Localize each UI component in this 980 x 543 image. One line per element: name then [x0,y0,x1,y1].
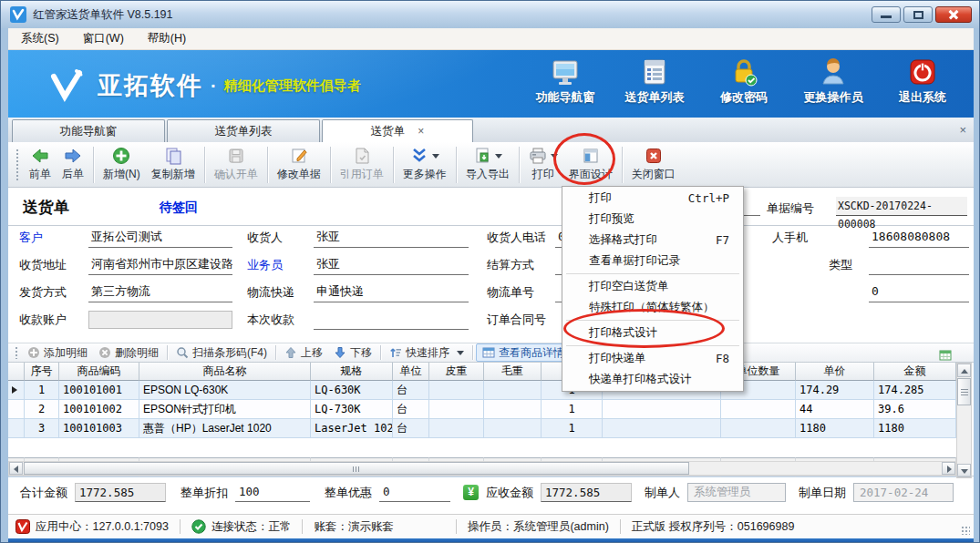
confirm-open-button[interactable]: 确认开单 [209,145,263,185]
salesman-label[interactable]: 业务员 [247,255,283,275]
tab-delivery-list[interactable]: 送货单列表 [167,119,320,142]
add-detail-button[interactable]: 添加明细 [22,343,93,362]
col-seq[interactable]: 序号 [25,363,59,381]
payment-label: 本次收款 [247,310,294,330]
minimize-button[interactable] [872,6,901,23]
copy-new-button[interactable]: 复制新增 [146,145,201,185]
ship-method-label: 发货方式 [19,282,67,302]
new-doc-button[interactable]: 新增(N) [98,145,146,185]
menu-item-print-express-sheet[interactable]: 打印快递单F8 [563,348,742,369]
salesman-field[interactable]: 张亚 [314,255,469,275]
customer-field[interactable]: 亚拓公司测试 [88,228,232,248]
receiver-field[interactable]: 张亚 [314,228,469,248]
close-window-button[interactable]: 关闭窗口 [626,145,681,185]
dropdown-arrow-icon [457,351,464,355]
window-title: 红管家送货单软件 V8.5.191 [33,7,173,23]
receivable-field: 1772.585 [541,483,632,502]
menu-item-print[interactable]: 打印Ctrl+P [563,188,742,209]
col-name[interactable]: 商品名称 [139,363,311,381]
receiver-phone-label: 收货人电话 [487,228,546,248]
brand-banner: 亚拓软件 · 精细化管理软件倡导者 功能导航窗 [8,50,974,118]
menu-item-view-print-record[interactable]: 查看单据打印记录 [563,251,742,272]
tabstrip-close-icon[interactable]: × [959,123,966,137]
menu-item-print-format-design[interactable]: 打印格式设计 [563,323,742,343]
vertical-scroll-thumb[interactable] [957,378,971,405]
col-spec[interactable]: 规格 [311,363,393,381]
document-toolbar: 前单 后单 新增(N) 复制新增 确认开单 修改单据 引用订单 [8,142,974,188]
address-field[interactable]: 河南省郑州市中原区建设路 [88,255,232,275]
menu-window[interactable]: 窗口(W) [83,31,124,46]
edit-doc-button[interactable]: 修改单据 [272,145,326,185]
receivable-label: 应收金额 [486,485,533,501]
banner-change-password-button[interactable]: 修改密码 [706,57,782,106]
print-button[interactable]: 打印 [523,145,563,185]
logistics-field[interactable]: 申通快递 [314,282,469,302]
horizontal-scroll-thumb[interactable] [24,462,689,475]
close-window-icon [645,147,663,165]
status-account-set: 账套：演示账套 [314,519,394,535]
menu-system[interactable]: 系统(S) [21,31,59,46]
banner-exit-system-button[interactable]: 退出系统 [884,57,961,106]
scroll-right-button[interactable] [942,462,955,475]
add-circle-icon [27,346,40,359]
next-doc-button[interactable]: 后单 [57,145,89,185]
scroll-left-button[interactable] [9,462,23,475]
doc-no-field[interactable]: XSCKD-20170224-000008 [836,197,967,216]
grid-vertical-scrollbar[interactable] [956,363,972,478]
prev-doc-button[interactable]: 前单 [24,145,57,185]
move-down-button[interactable]: 下移 [328,343,377,362]
tab-close-icon[interactable]: × [418,125,424,138]
receiver-mobile-field[interactable]: 18608080808 [869,228,969,248]
connection-ok-icon [191,519,206,534]
quote-order-button[interactable]: 引用订单 [335,145,389,185]
menu-item-print-blank-note[interactable]: 打印空白送货单 [563,276,742,297]
move-up-button[interactable]: 上移 [279,343,328,362]
discount-field[interactable]: 100 [235,483,310,502]
col-price[interactable]: 单价 [796,363,874,381]
view-product-detail-button[interactable]: 查看商品详情 [476,343,571,362]
maximize-button[interactable] [903,6,933,23]
col4-row3-field[interactable]: 0 [869,282,969,302]
menu-item-select-format-print[interactable]: 选择格式打印F7 [563,230,742,251]
plus-circle-icon [112,147,130,165]
col-gross[interactable]: 毛重 [484,363,542,381]
type-field[interactable] [869,255,969,275]
scan-barcode-button[interactable]: 扫描条形码(F4) [170,343,273,362]
banner-delivery-list-button[interactable]: 送货单列表 [616,57,693,106]
menu-help[interactable]: 帮助(H) [148,31,186,46]
menu-separator [566,345,739,346]
brand-dot: · [211,76,217,97]
ship-method-field[interactable]: 第三方物流 [88,282,232,302]
col-amount[interactable]: 金额 [874,363,956,381]
banner-switch-operator-button[interactable]: 更换操作员 [795,57,872,106]
resize-grip[interactable] [961,526,970,535]
table-row[interactable]: 3 100101003 惠普（HP）LaserJet 1020 LaserJet… [8,419,956,438]
grid-header-row: 序号 商品编码 商品名称 规格 单位 皮重 毛重 单位数量 单价 金额 [8,363,956,381]
menu-item-express-print-format-design[interactable]: 快递单打印格式设计 [563,369,742,390]
table-row[interactable]: 1 100101001 EPSON LQ-630K LQ-630K 台 1 17… [8,381,956,400]
delete-detail-button[interactable]: 删除明细 [93,343,164,362]
account-field[interactable] [88,311,232,329]
table-row[interactable]: 2 100101002 EPSON针式打印机 LQ-730K 台 1 44 39… [8,400,956,419]
detail-extra-button[interactable] [934,346,957,364]
col-tare[interactable]: 皮重 [429,363,484,381]
more-actions-button[interactable]: 更多操作 [397,145,452,185]
close-button[interactable] [935,6,972,23]
payment-field[interactable] [314,310,469,330]
scroll-up-button[interactable] [957,364,971,377]
form-fields: 客户 亚拓公司测试 收货人 张亚 收货人电话 0 人手机 18608080808… [8,226,974,343]
col-unit[interactable]: 单位 [393,363,429,381]
menu-item-print-preview[interactable]: 打印预览 [563,209,742,230]
col-code[interactable]: 商品编码 [59,363,139,381]
banner-nav-window-button[interactable]: 功能导航窗 [527,57,603,106]
import-export-button[interactable]: 导入导出 [460,145,515,185]
ui-design-button[interactable]: 界面设计 [563,145,618,185]
menu-item-special-print[interactable]: 特殊打印（简体转繁体） [563,297,742,318]
maker-field: 系统管理员 [687,483,786,502]
quick-sort-button[interactable]: 快速排序 [384,343,469,362]
grid-horizontal-scrollbar[interactable] [8,461,956,476]
tab-nav-window[interactable]: 功能导航窗 [12,119,165,142]
customer-label[interactable]: 客户 [19,228,43,248]
reduce-field[interactable]: 0 [379,483,450,502]
tab-delivery-note[interactable]: 送货单 × [322,119,473,142]
